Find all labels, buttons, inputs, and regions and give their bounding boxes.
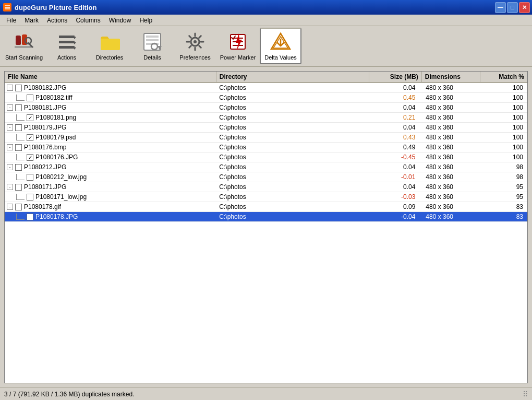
expand-button[interactable]: - <box>7 85 13 91</box>
menu-actions[interactable]: Actions <box>43 16 71 25</box>
power-marker-button[interactable]: Power Marker <box>217 28 259 64</box>
start-scanning-label: Start Scanning <box>5 54 43 61</box>
cell-match: 100 <box>480 143 527 152</box>
cell-dimensions: 480 x 360 <box>421 162 480 172</box>
cell-directory: C:\photos <box>216 93 369 103</box>
cell-match: 95 <box>480 192 527 202</box>
filename-text: P1080176.bmp <box>24 144 66 151</box>
cell-directory: C:\photos <box>216 133 369 143</box>
minimize-button[interactable]: ― <box>495 2 506 13</box>
table-row[interactable]: P1080182.tiffC:\photos0.45480 x 360100 <box>5 93 527 103</box>
expand-button[interactable]: - <box>7 204 13 210</box>
delta-values-button[interactable]: Delta Values <box>260 28 301 64</box>
cell-filename: -P1080212.JPG <box>5 162 216 172</box>
row-checkbox[interactable] <box>27 214 33 220</box>
expand-button[interactable]: - <box>7 144 13 150</box>
app-icon <box>3 3 11 11</box>
svg-line-31 <box>199 36 201 38</box>
tree-line <box>16 114 25 121</box>
table-row[interactable]: -P1080171.JPGC:\photos0.04480 x 36095 <box>5 182 527 192</box>
row-checkbox[interactable] <box>15 104 22 111</box>
expand-button[interactable]: - <box>7 164 13 170</box>
row-checkbox[interactable] <box>15 124 22 131</box>
svg-line-29 <box>189 36 191 38</box>
row-checkbox[interactable] <box>27 95 33 101</box>
row-checkbox[interactable]: ✓ <box>27 114 33 121</box>
col-header-filename[interactable]: File Name <box>5 72 216 83</box>
table-row[interactable]: ✓P1080179.psdC:\photos0.43480 x 360100 <box>5 133 527 143</box>
app-title: dupeGuru Picture Edition <box>15 4 96 11</box>
maximize-button[interactable]: □ <box>507 2 518 13</box>
cell-size: -0.03 <box>369 192 421 202</box>
table-row[interactable]: -P1080178.gifC:\photos0.09480 x 36083 <box>5 202 527 212</box>
expand-button[interactable]: - <box>7 124 13 131</box>
table-row[interactable]: -P1080176.bmpC:\photos0.49480 x 360100 <box>5 143 527 152</box>
menu-file[interactable]: File <box>2 16 20 25</box>
cell-match: 98 <box>480 172 527 182</box>
scan-icon <box>14 31 34 52</box>
details-icon <box>142 31 163 52</box>
tree-line <box>16 214 25 220</box>
cell-directory: C:\photos <box>216 143 369 152</box>
tree-line <box>16 174 25 180</box>
cell-filename: ✓P1080176.JPG <box>5 152 216 162</box>
tree-line <box>16 95 25 101</box>
status-bar: 3 / 7 (791.92 KB / 1.36 MB) duplicates m… <box>0 387 532 400</box>
cell-size: 0.04 <box>369 162 421 172</box>
menu-help[interactable]: Help <box>135 16 156 25</box>
start-scanning-button[interactable]: Start Scanning <box>3 28 45 64</box>
row-checkbox[interactable]: ✓ <box>27 134 33 141</box>
preferences-button[interactable]: Preferences <box>174 28 216 64</box>
file-table: File Name Directory Size (MB) Dimensions… <box>5 72 527 222</box>
menu-mark[interactable]: Mark <box>20 16 43 25</box>
table-row[interactable]: ✓P1080181.pngC:\photos0.21480 x 360100 <box>5 113 527 123</box>
cell-dimensions: 480 x 360 <box>421 182 480 192</box>
toolbar: Start Scanning Actions Directories <box>0 26 532 67</box>
col-header-match[interactable]: Match % <box>480 72 527 83</box>
table-header-row: File Name Directory Size (MB) Dimensions… <box>5 72 527 83</box>
expand-button[interactable]: - <box>7 104 13 111</box>
row-checkbox[interactable] <box>15 204 22 210</box>
cell-directory: C:\photos <box>216 182 369 192</box>
row-checkbox[interactable] <box>15 184 22 191</box>
table-body: -P1080182.JPGC:\photos0.04480 x 360100P1… <box>5 83 527 222</box>
svg-line-30 <box>199 46 201 48</box>
row-checkbox[interactable]: ✓ <box>27 154 33 161</box>
menu-columns[interactable]: Columns <box>71 16 104 25</box>
cell-match: 95 <box>480 182 527 192</box>
filename-text: P1080171.JPG <box>24 183 66 191</box>
cell-dimensions: 480 x 360 <box>421 143 480 152</box>
col-header-dimensions[interactable]: Dimensions <box>421 72 480 83</box>
cell-dimensions: 480 x 360 <box>421 83 480 93</box>
row-checkbox[interactable] <box>27 174 33 181</box>
col-header-size[interactable]: Size (MB) <box>369 72 421 83</box>
actions-button[interactable]: Actions <box>46 28 88 64</box>
table-row[interactable]: ✓P1080176.JPGC:\photos-0.45480 x 360100 <box>5 152 527 162</box>
cell-dimensions: 480 x 360 <box>421 202 480 212</box>
table-row[interactable]: P1080178.JPGC:\photos-0.04480 x 36083 <box>5 212 527 222</box>
close-button[interactable]: ✕ <box>519 2 530 13</box>
cell-match: 83 <box>480 202 527 212</box>
table-row[interactable]: -P1080181.JPGC:\photos0.04480 x 360100 <box>5 103 527 113</box>
cell-match: 83 <box>480 212 527 222</box>
table-row[interactable]: -P1080212.JPGC:\photos0.04480 x 36098 <box>5 162 527 172</box>
file-table-container[interactable]: File Name Directory Size (MB) Dimensions… <box>4 71 528 383</box>
table-row[interactable]: P1080212_low.jpgC:\photos-0.01480 x 3609… <box>5 172 527 182</box>
col-header-directory[interactable]: Directory <box>216 72 369 83</box>
filename-text: P1080181.JPG <box>24 104 66 111</box>
table-row[interactable]: -P1080182.JPGC:\photos0.04480 x 360100 <box>5 83 527 93</box>
row-checkbox[interactable] <box>27 194 33 201</box>
cell-size: 0.04 <box>369 83 421 93</box>
directories-button[interactable]: Directories <box>89 28 130 64</box>
table-row[interactable]: P1080171_low.jpgC:\photos-0.03480 x 3609… <box>5 192 527 202</box>
cell-size: 0.09 <box>369 202 421 212</box>
filename-text: P1080178.gif <box>24 203 61 210</box>
details-button[interactable]: Details <box>131 28 173 64</box>
menu-window[interactable]: Window <box>105 16 136 25</box>
table-row[interactable]: -P1080179.JPGC:\photos0.04480 x 360100 <box>5 123 527 133</box>
row-checkbox[interactable] <box>15 164 22 171</box>
filename-text: P1080179.JPG <box>24 124 66 131</box>
expand-button[interactable]: - <box>7 184 13 190</box>
row-checkbox[interactable] <box>15 144 22 151</box>
row-checkbox[interactable] <box>15 85 22 91</box>
